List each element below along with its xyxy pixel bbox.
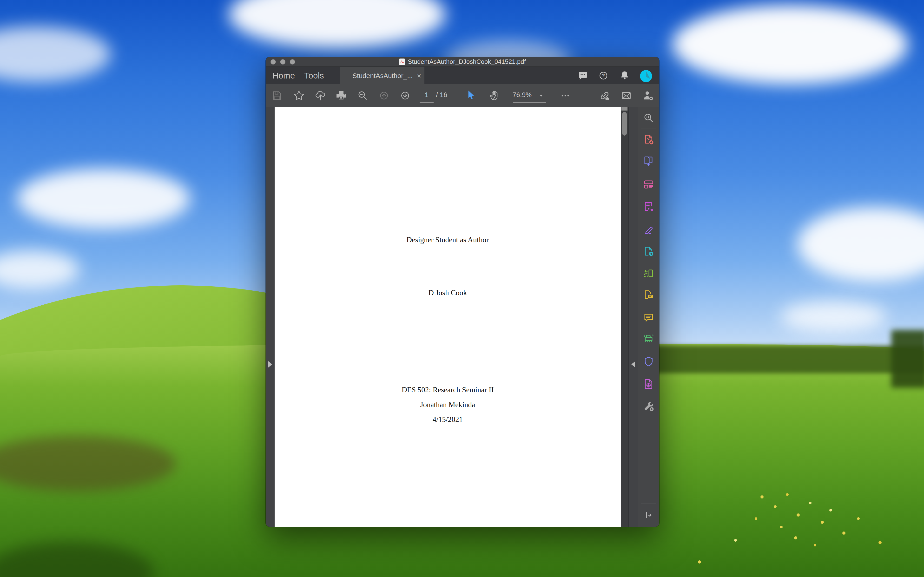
pointer-cursor-icon [466,90,474,101]
cloud [0,26,111,82]
link-icon [599,90,610,102]
window-zoom-button[interactable] [290,59,295,64]
acrobat-window: StudentAsAuthor_DJoshCook_041521.pdf Hom… [266,57,659,527]
notifications-chat-button[interactable] [577,70,589,81]
sharepdf-icon [643,246,655,258]
help-icon: ? [598,70,609,81]
select-tool-button[interactable] [466,90,478,102]
right-panel-collapse-button[interactable] [631,361,635,367]
save-icon [271,90,283,102]
email-button[interactable] [621,90,632,102]
next-page-button[interactable] [399,90,411,102]
organize-pages-tool-button[interactable] [643,268,655,279]
document-course: DES 502: Research Seminar II [274,385,621,394]
favorite-star-button[interactable] [293,90,305,102]
chat-bubble-icon [577,70,589,81]
cloud [17,169,190,229]
search-icon [643,112,655,124]
search-button[interactable] [357,90,369,102]
cloud [797,207,924,282]
share-link-button[interactable] [599,90,610,102]
avatar-icon [640,70,652,82]
pagecomment-icon [643,290,655,301]
save-button[interactable] [271,90,283,102]
cloud [0,250,79,289]
hand-tool-button[interactable] [489,90,500,102]
compress-icon [643,378,655,390]
tab-home[interactable]: Home [273,67,295,84]
request-signatures-tool-button[interactable] [643,201,655,213]
share-pdf-tool-button[interactable] [643,246,655,258]
edit-icon [643,179,655,190]
user-avatar[interactable] [640,70,652,81]
bell-icon [619,70,631,81]
sidebar-divider [641,504,656,504]
notifications-bell-button[interactable] [619,70,631,81]
cloud-upload-button[interactable] [315,90,326,102]
document-author: D Josh Cook [274,288,621,297]
wrench-icon [643,400,655,412]
print-icon [335,90,347,102]
share-with-people-button[interactable] [642,90,654,102]
export-pdf-tool-button[interactable] [643,156,655,167]
zoom-level-value[interactable]: 76.9% [508,91,536,99]
tab-tools[interactable]: Tools [304,67,324,84]
window-close-button[interactable] [271,59,276,64]
vertical-scrollbar[interactable] [621,107,628,527]
page-number-input[interactable]: 1 [419,91,434,99]
compress-pdf-tool-button[interactable] [643,378,655,390]
document-title-strikethrough: Designer [406,235,434,244]
send-for-comments-tool-button[interactable] [643,290,655,301]
main-toolbar: 1 / 16 76.9% [266,84,659,107]
fillsign-icon [643,224,655,235]
esign-icon [643,201,655,213]
pdf-page[interactable]: Designer Student as Author D Josh Cook D… [274,107,621,527]
tab-document-label: StudentAsAuthor_... [352,72,413,80]
page-down-icon [399,90,411,102]
tab-close-icon[interactable]: × [417,72,421,80]
edit-pdf-tool-button[interactable] [643,179,655,190]
find-tool-button[interactable] [643,112,655,124]
svg-text:?: ? [602,73,605,78]
fill-and-sign-tool-button[interactable] [643,224,655,235]
cloud [229,0,446,48]
right-panel-strip [628,107,638,527]
person-add-icon [642,90,654,102]
document-title: Designer Student as Author [274,235,621,244]
left-panel-expand-button[interactable] [268,361,272,367]
page-number-underline [419,102,434,103]
scrollbar-thumb[interactable] [622,112,627,135]
zoom-dropdown-caret-icon[interactable] [539,94,543,97]
cloud [780,301,887,332]
more-tools-button[interactable] [643,400,655,412]
previous-page-button[interactable] [378,90,390,102]
wallpaper-bush [891,330,924,388]
window-titlebar: StudentAsAuthor_DJoshCook_041521.pdf [266,57,659,67]
more-toolbar-options-button[interactable] [560,90,571,102]
expand-tools-pane-button[interactable] [643,509,655,521]
protect-tool-button[interactable] [643,356,655,367]
comment-icon [643,312,655,324]
print-button[interactable] [335,90,347,102]
star-icon [293,90,305,102]
comment-tool-button[interactable] [643,312,655,324]
scan-ocr-tool-button[interactable] [643,334,655,345]
document-date: 4/15/2021 [274,415,621,424]
page-count-label: / 16 [436,91,447,99]
wallpaper-treeline [655,346,924,373]
wallpaper-flowers [0,0,2,2]
hand-icon [489,90,500,102]
document-title-rest: Student as Author [433,235,489,244]
scrollbar-top-button[interactable] [621,107,627,111]
tab-document[interactable]: StudentAsAuthor_... × [340,67,424,84]
cloud-upload-icon [315,90,326,102]
cloud [672,5,908,84]
document-instructor: Jonathan Mekinda [274,400,621,409]
create-icon [643,134,655,145]
window-minimize-button[interactable] [280,59,285,64]
page-up-icon [378,90,390,102]
help-button[interactable]: ? [598,70,609,81]
envelope-icon [621,90,632,102]
tools-sidebar [638,107,659,527]
create-pdf-tool-button[interactable] [643,134,655,145]
